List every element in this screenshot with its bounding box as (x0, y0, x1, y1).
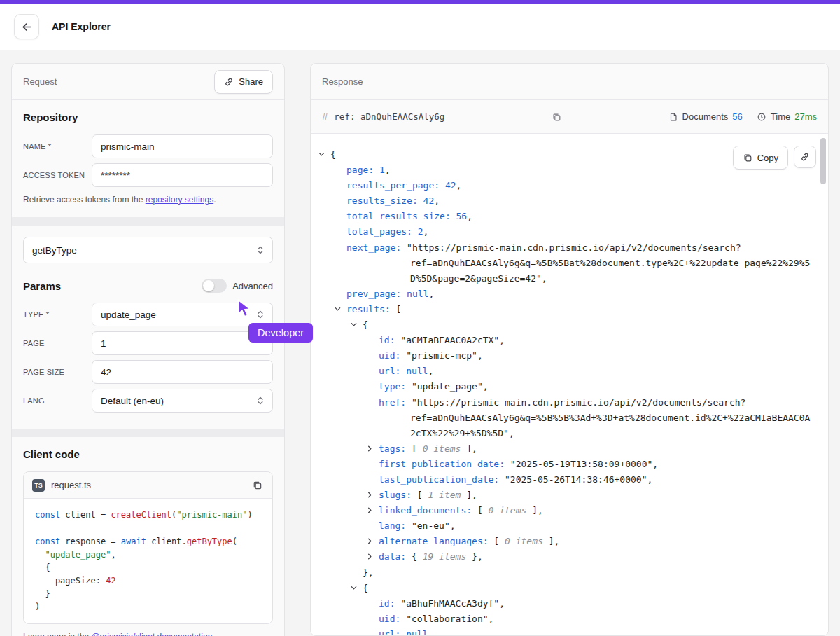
json-line: data: { 19 items }, (311, 549, 828, 565)
link-icon (224, 77, 234, 87)
param-input-page[interactable] (92, 331, 273, 355)
expand-icon[interactable] (366, 537, 374, 545)
document-icon (668, 112, 678, 122)
repository-settings-link[interactable]: repository settings (146, 195, 214, 205)
section-divider (12, 429, 284, 437)
code-body: const client = createClient("prismic-mai… (24, 499, 272, 623)
repository-heading: Repository (23, 111, 273, 123)
code-line: "update_page", (35, 548, 261, 562)
json-line: total_results_size: 56, (311, 209, 828, 224)
json-line: first_publication_date: "2025-05-19T13:5… (311, 457, 828, 472)
code-line: } (35, 588, 261, 601)
param-input-page_size[interactable] (92, 360, 273, 384)
method-select-value: getByType (32, 245, 77, 256)
json-tools: Copy (733, 146, 816, 170)
response-ref-row: # ref: aDnQuhEAACsAly6g Documents 56 Tim… (311, 100, 828, 134)
json-line: }, (311, 565, 828, 581)
json-line: type: "update_page", (311, 379, 828, 394)
json-line: 2cTX%22%29+%5D%5D", (311, 426, 828, 441)
json-line: results_size: 42, (311, 193, 828, 209)
link-icon (800, 152, 810, 162)
collapse-icon[interactable] (318, 151, 326, 158)
ref-value: ref: aDnQuhEAACsAly6g (334, 111, 444, 122)
client-code-heading: Client code (23, 448, 273, 460)
repository-name-input[interactable] (92, 134, 273, 158)
share-button-label: Share (239, 76, 263, 87)
json-line: ref=aDnQuhEAACsAly6g&q=%5B%5Bat%28docume… (311, 256, 828, 271)
arrow-left-icon (21, 21, 33, 33)
share-button[interactable]: Share (214, 70, 273, 94)
param-label-page_size: PAGE SIZE (23, 368, 92, 376)
method-select[interactable]: getByType (23, 237, 273, 263)
access-token-label: ACCESS TOKEN (23, 171, 92, 179)
name-label: NAME * (23, 142, 92, 151)
documents-count: Documents 56 (668, 111, 743, 122)
response-panel: Response # ref: aDnQuhEAACsAly6g Documen… (310, 63, 829, 636)
param-select-type-value: update_page (101, 310, 156, 320)
expand-icon[interactable] (366, 445, 374, 452)
json-line: prev_page: null, (311, 286, 828, 302)
access-token-row: ACCESS TOKEN (23, 163, 273, 187)
code-line: const client = createClient("prismic-mai… (35, 509, 261, 522)
expand-icon[interactable] (366, 506, 374, 514)
json-line: linked_documents: [ 0 items ], (311, 503, 828, 518)
param-label-page: PAGE (23, 339, 92, 347)
request-panel-label: Request (23, 76, 57, 87)
copy-link-button[interactable] (794, 146, 816, 168)
json-line: lang: "en-eu", (311, 518, 828, 534)
response-meta: Documents 56 Time 27ms (668, 111, 817, 122)
collapse-icon[interactable] (350, 321, 358, 329)
code-line (35, 522, 261, 535)
back-button[interactable] (14, 14, 39, 39)
code-card-header: TS request.ts (24, 472, 272, 499)
documents-count-value: 56 (732, 111, 742, 122)
copy-json-button[interactable]: Copy (733, 146, 788, 170)
toggle-knob (203, 280, 214, 291)
collapse-icon[interactable] (334, 305, 342, 313)
json-line: { (311, 581, 828, 596)
param-select-lang[interactable]: Default (en-eu) (92, 389, 273, 413)
request-panel-header: Request Share (12, 64, 284, 100)
code-line: const response = await client.getByType( (35, 535, 261, 548)
copy-icon (252, 480, 262, 490)
json-line: uid: "prismic-mcp", (311, 348, 828, 364)
response-panel-header: Response (311, 64, 828, 100)
expand-icon[interactable] (366, 553, 374, 560)
select-stepper-icon (255, 310, 265, 319)
scrollbar-thumb[interactable] (820, 138, 826, 184)
copy-json-label: Copy (757, 153, 778, 163)
repository-name-row: NAME * (23, 134, 273, 158)
collapse-icon[interactable] (350, 584, 358, 592)
token-help-text: Retrieve access tokens from the reposito… (23, 194, 273, 206)
json-line: total_pages: 2, (311, 224, 828, 240)
json-line: id: "aCMIaBEAAC0A2cTX", (311, 333, 828, 348)
json-line: ref=aDnQuhEAACsAly6g&q=%5B%5B%3Ad+%3D+at… (311, 410, 828, 426)
param-select-lang-value: Default (en-eu) (101, 396, 164, 406)
scrollbar[interactable] (820, 137, 826, 632)
ref-hash-icon: # (322, 111, 328, 123)
expand-icon[interactable] (366, 491, 374, 499)
client-docs-link[interactable]: @prismicio/client documentation (91, 632, 212, 636)
copy-ref-button[interactable] (550, 111, 563, 123)
typescript-icon: TS (32, 479, 45, 492)
json-line: slugs: [ 1 item ], (311, 488, 828, 503)
section-divider (12, 217, 284, 226)
param-row-page: PAGE (23, 331, 273, 355)
copy-icon (552, 112, 561, 122)
copy-code-button[interactable] (251, 478, 264, 492)
json-line: { (311, 317, 828, 333)
copy-icon (743, 153, 752, 163)
clock-icon (757, 112, 766, 122)
json-line: tags: [ 0 items ], (311, 441, 828, 457)
json-line: url: null, (311, 627, 828, 635)
json-line: id: "aBhuFhMAACcA3dyf", (311, 596, 828, 611)
response-time: Time 27ms (757, 111, 817, 122)
advanced-toggle[interactable] (202, 279, 227, 293)
access-token-input[interactable] (92, 163, 273, 187)
param-select-type[interactable]: update_page (92, 303, 273, 326)
method-params-section: getByType Params Advanced TYPE *update_p… (12, 226, 284, 429)
app-header: API Explorer (0, 4, 840, 50)
response-panel-label: Response (322, 76, 363, 87)
params-header: Params Advanced (23, 279, 273, 293)
response-time-value: 27ms (794, 111, 817, 122)
